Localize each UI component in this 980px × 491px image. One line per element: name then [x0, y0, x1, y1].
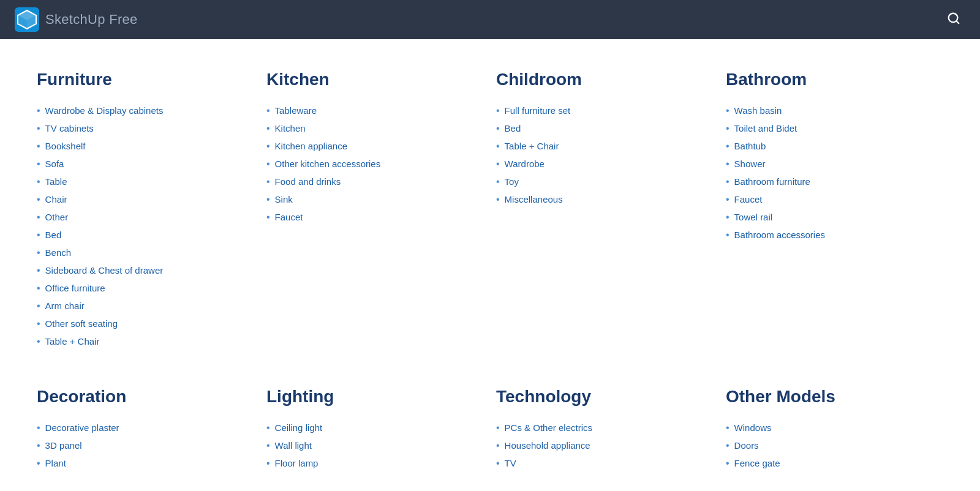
- list-item: Miscellaneous: [496, 190, 714, 208]
- list-item-link[interactable]: Bathroom accessories: [734, 228, 825, 241]
- list-item: Toilet and Bidet: [726, 119, 943, 137]
- list-item: Other: [37, 208, 254, 226]
- search-button[interactable]: [942, 7, 965, 33]
- list-item: Wardrobe & Display cabinets: [37, 102, 254, 119]
- list-item: Bed: [37, 226, 254, 244]
- list-item: Sofa: [37, 155, 254, 173]
- list-item: Arm chair: [37, 297, 254, 315]
- list-item-link[interactable]: Bathroom furniture: [734, 175, 810, 188]
- list-item: Table + Chair: [37, 332, 254, 350]
- list-item-link[interactable]: TV cabinets: [45, 122, 94, 135]
- list-item-link[interactable]: Full furniture set: [505, 104, 571, 117]
- list-item-link[interactable]: Floor lamp: [275, 457, 318, 470]
- list-item-link[interactable]: Bathtub: [734, 140, 766, 152]
- list-item: Wall light: [266, 437, 484, 454]
- list-item-link[interactable]: Table + Chair: [505, 140, 559, 152]
- list-item-link[interactable]: Chair: [45, 193, 67, 206]
- list-item-link[interactable]: Toilet and Bidet: [734, 122, 797, 135]
- list-item-link[interactable]: Fence gate: [734, 457, 780, 470]
- list-item: Bed: [496, 119, 714, 137]
- list-item-link[interactable]: Other kitchen accessories: [275, 157, 381, 170]
- list-item: Plant: [37, 454, 254, 472]
- list-item-link[interactable]: Tableware: [275, 104, 317, 117]
- list-item-link[interactable]: Wall light: [275, 439, 312, 452]
- list-item-link[interactable]: Kitchen appliance: [275, 140, 347, 152]
- list-item: 3D panel: [37, 437, 254, 454]
- list-item-link[interactable]: Bed: [505, 122, 521, 135]
- category-list-decoration: Decorative plaster3D panelPlant: [37, 419, 254, 472]
- list-item-link[interactable]: Faucet: [734, 193, 763, 206]
- svg-line-6: [956, 21, 959, 23]
- list-item-link[interactable]: Shower: [734, 157, 766, 170]
- list-item-link[interactable]: Doors: [734, 439, 759, 452]
- list-item: Decorative plaster: [37, 419, 254, 437]
- list-item-link[interactable]: Towel rail: [734, 211, 773, 223]
- list-item-link[interactable]: Table + Chair: [45, 335, 100, 348]
- list-item: Sideboard & Chest of drawer: [37, 261, 254, 279]
- list-item-link[interactable]: Sink: [275, 193, 293, 206]
- list-item-link[interactable]: Food and drinks: [275, 175, 341, 188]
- category-section-bathroom: BathroomWash basinToilet and BidetBathtu…: [726, 64, 943, 356]
- category-section-kitchen: KitchenTablewareKitchenKitchen appliance…: [266, 64, 484, 356]
- category-title-lighting: Lighting: [266, 387, 484, 407]
- list-item-link[interactable]: TV: [505, 457, 516, 470]
- list-item-link[interactable]: Other soft seating: [45, 317, 118, 330]
- app-name-label: SketchUp Free: [45, 12, 138, 28]
- list-item-link[interactable]: Office furniture: [45, 282, 105, 294]
- category-list-technology: PCs & Other electricsHousehold appliance…: [496, 419, 714, 472]
- list-item-link[interactable]: Wardrobe: [505, 157, 545, 170]
- list-item: Chair: [37, 190, 254, 208]
- list-item-link[interactable]: Toy: [505, 175, 519, 188]
- list-item-link[interactable]: Arm chair: [45, 299, 85, 312]
- list-item: Floor lamp: [266, 454, 484, 472]
- category-list-childroom: Full furniture setBedTable + ChairWardro…: [496, 102, 714, 208]
- list-item-link[interactable]: Plant: [45, 457, 66, 470]
- list-item-link[interactable]: Bench: [45, 246, 72, 259]
- list-item: Wash basin: [726, 102, 943, 119]
- category-section-childroom: ChildroomFull furniture setBedTable + Ch…: [496, 64, 714, 356]
- list-item: Full furniture set: [496, 102, 714, 119]
- list-item-link[interactable]: PCs & Other electrics: [505, 421, 592, 434]
- list-item-link[interactable]: Sofa: [45, 157, 64, 170]
- category-section-technology: TechnologyPCs & Other electricsHousehold…: [496, 381, 714, 478]
- logo-area: SketchUp Free: [15, 7, 138, 32]
- list-item-link[interactable]: Wash basin: [734, 104, 782, 117]
- category-title-technology: Technology: [496, 387, 714, 407]
- list-item-link[interactable]: Other: [45, 211, 69, 223]
- list-item-link[interactable]: Bed: [45, 228, 62, 241]
- list-item: Bathroom accessories: [726, 226, 943, 244]
- list-item-link[interactable]: Bookshelf: [45, 140, 86, 152]
- category-title-decoration: Decoration: [37, 387, 254, 407]
- list-item-link[interactable]: Ceiling light: [275, 421, 323, 434]
- category-list-lighting: Ceiling lightWall lightFloor lamp: [266, 419, 484, 472]
- category-list-bathroom: Wash basinToilet and BidetBathtubShowerB…: [726, 102, 943, 244]
- list-item-link[interactable]: Windows: [734, 421, 772, 434]
- category-section-other-models: Other ModelsWindowsDoorsFence gate: [726, 381, 943, 478]
- category-title-kitchen: Kitchen: [266, 70, 484, 89]
- list-item-link[interactable]: Decorative plaster: [45, 421, 119, 434]
- search-icon: [947, 12, 960, 25]
- list-item: Tableware: [266, 102, 484, 119]
- list-item: PCs & Other electrics: [496, 419, 714, 437]
- list-item-link[interactable]: Table: [45, 175, 67, 188]
- list-item-link[interactable]: 3D panel: [45, 439, 82, 452]
- category-section-lighting: LightingCeiling lightWall lightFloor lam…: [266, 381, 484, 478]
- list-item: TV cabinets: [37, 119, 254, 137]
- list-item-link[interactable]: Faucet: [275, 211, 303, 223]
- list-item-link[interactable]: Wardrobe & Display cabinets: [45, 104, 164, 117]
- list-item-link[interactable]: Household appliance: [505, 439, 590, 452]
- list-item: Bathroom furniture: [726, 173, 943, 190]
- list-item: Windows: [726, 419, 943, 437]
- list-item: Household appliance: [496, 437, 714, 454]
- list-item: Faucet: [266, 208, 484, 226]
- list-item: Toy: [496, 173, 714, 190]
- list-item: Wardrobe: [496, 155, 714, 173]
- list-item: Ceiling light: [266, 419, 484, 437]
- list-item-link[interactable]: Sideboard & Chest of drawer: [45, 264, 164, 277]
- list-item: Doors: [726, 437, 943, 454]
- list-item: Bathtub: [726, 137, 943, 155]
- list-item: Table: [37, 173, 254, 190]
- list-item-link[interactable]: Kitchen: [275, 122, 306, 135]
- list-item: Food and drinks: [266, 173, 484, 190]
- list-item-link[interactable]: Miscellaneous: [505, 193, 563, 206]
